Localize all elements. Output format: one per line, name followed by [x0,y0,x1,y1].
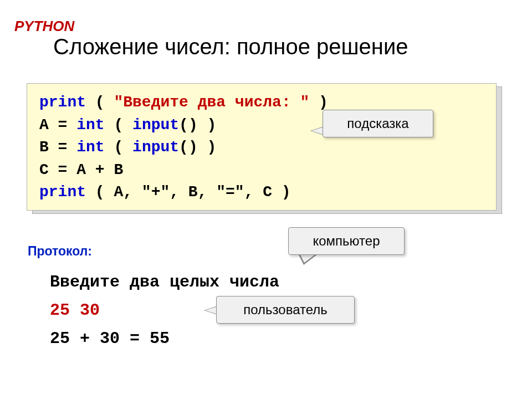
code-text: = [49,139,76,156]
code-text: = [49,116,76,134]
callout-tail-hint [310,126,324,135]
kw-int: int [76,116,104,134]
callout-hint: подсказка [323,110,433,137]
code-string: "Введите два числа: " [114,94,309,111]
code-text: ( [86,94,114,111]
code-text: ( [105,139,132,156]
callout-computer: компьютер [288,227,405,255]
code-text: A [39,116,49,134]
output-line-1: Введите два целых числа [50,268,279,296]
code-line-5: print ( A, "+", B, "=", C ) [39,181,484,204]
protocol-label: Протокол: [28,244,92,259]
code-text: ( A, "+", B, "=", C ) [86,183,291,201]
code-box: print ( "Введите два числа: " ) A = int … [27,83,497,211]
code-text: () [179,116,198,134]
code-text: ) [198,116,217,134]
python-header: PYTHON [14,18,74,35]
callout-user: пользователь [216,296,355,324]
code-text: B [39,139,49,156]
page-title: Сложение чисел: полное решение [53,34,408,59]
kw-int: int [76,139,104,156]
code-line-4: C = A + B [39,159,484,182]
kw-input: input [132,139,179,156]
kw-print: print [39,94,86,111]
callout-tail-user [204,306,217,315]
kw-input: input [132,116,179,134]
output-line-3: 25 + 30 = 55 [50,325,279,353]
code-text: ( [105,116,132,134]
code-text: () [179,139,198,156]
code-text: ) [198,139,217,156]
code-text: ) [309,94,328,111]
callout-tail-computer [298,254,318,265]
code-line-3: B = int ( input() ) [39,136,484,159]
kw-print: print [39,183,86,201]
